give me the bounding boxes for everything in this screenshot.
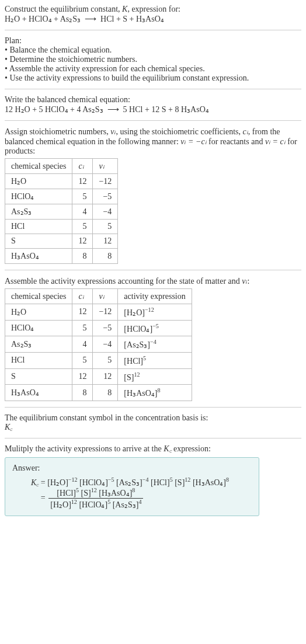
cell-v: 12 <box>93 368 118 385</box>
term-exp: 5 <box>76 488 79 494</box>
multiply-text: Mulitply the activity expressions to arr… <box>5 444 164 453</box>
activity-exp: −5 <box>152 323 159 329</box>
balanced-block: Write the balanced chemical equation: 12… <box>5 95 301 114</box>
activity-base: [H₃AsO₄] <box>124 389 157 398</box>
term-exp: −5 <box>108 476 114 483</box>
activity-text: : <box>248 277 250 286</box>
arrow-icon: ⟶ <box>107 105 119 114</box>
cell-species: As₂S₃ <box>5 336 72 353</box>
cell-species: HClO₄ <box>5 189 72 204</box>
term-exp: 8 <box>226 476 229 483</box>
cell-v: −5 <box>93 320 118 336</box>
table-row: As₂S₃4−4[As₂S₃]−4 <box>5 336 192 353</box>
stoich-intro: Assign stoichiometric numbers, νᵢ, using… <box>5 127 301 156</box>
term: [S]12 <box>175 478 190 487</box>
term-base: [HClO₄] <box>79 500 107 509</box>
cell-c: 5 <box>72 189 93 204</box>
term-base: [As₂S₃] <box>116 478 142 487</box>
prompt-k: K <box>122 5 127 13</box>
kc-symbol: K꜀ <box>164 444 171 453</box>
cell-c: 12 <box>72 174 93 189</box>
cell-species: H₂O <box>5 304 72 321</box>
cell-v: 5 <box>93 352 118 368</box>
term: [S]12 <box>81 489 97 497</box>
cell-c: 12 <box>72 304 93 321</box>
term-base: [H₃AsO₄] <box>99 489 132 497</box>
activity-base: [HCl] <box>124 357 143 365</box>
arrow-icon: ⟶ <box>85 15 96 23</box>
cell-c: 5 <box>72 352 93 368</box>
plan-item-1: • Balance the chemical equation. <box>5 46 301 55</box>
balanced-rhs: 5 HCl + 12 S + 8 H₃AsO₄ <box>123 105 209 114</box>
cell-c: 5 <box>72 220 93 234</box>
activity-block: Assemble the activity expressions accoun… <box>5 276 301 401</box>
col-nu: νᵢ <box>93 159 118 174</box>
prompt-block: Construct the equilibrium constant, K, e… <box>5 5 301 24</box>
cell-activity: [S]12 <box>118 368 192 385</box>
divider <box>5 120 301 121</box>
cell-activity: [H₂O]−12 <box>118 304 192 321</box>
multiply-text: expression: <box>172 444 211 453</box>
table-row: H₂O12−12[H₂O]−12 <box>5 304 192 321</box>
table-row: HClO₄5−5 <box>5 189 118 204</box>
term-exp: 5 <box>107 499 110 505</box>
activity-exp: −12 <box>145 307 154 313</box>
term-exp: 4 <box>138 499 141 505</box>
divider <box>5 270 301 270</box>
cell-c: 12 <box>72 234 93 249</box>
cell-v: −4 <box>93 204 118 220</box>
table-header-row: chemical species cᵢ νᵢ activity expressi… <box>5 289 192 304</box>
activity-base: [H₂O] <box>124 308 145 317</box>
term-exp: 12 <box>71 499 77 505</box>
fraction: [HCl]5 [S]12 [H₃AsO₄]8 [H₂O]12 [HClO₄]5 … <box>48 488 143 510</box>
term: [HClO₄]−5 <box>79 478 114 487</box>
term: [HCl]5 <box>57 489 79 497</box>
nu-symbol: νᵢ <box>242 277 247 286</box>
activity-intro: Assemble the activity expressions accoun… <box>5 276 301 286</box>
activity-exp: 5 <box>143 355 146 361</box>
cell-c: 4 <box>72 204 93 220</box>
cell-v: −12 <box>93 174 118 189</box>
unbalanced-lhs: H₂O + HClO₄ + As₂S₃ <box>5 15 81 23</box>
term-base: [HCl] <box>151 478 170 487</box>
cell-species: S <box>5 368 72 385</box>
cell-v: 12 <box>93 234 118 249</box>
term: [H₂O]−12 <box>47 478 77 487</box>
cell-species: S <box>5 234 72 249</box>
divider <box>5 30 301 30</box>
multiply-block: Mulitply the activity expressions to arr… <box>5 444 301 454</box>
term-exp: −4 <box>142 476 149 483</box>
answer-box: Answer: K꜀ = [H₂O]−12 [HClO₄]−5 [As₂S₃]−… <box>5 457 259 516</box>
divider <box>5 438 301 438</box>
prompt-text-pre: Construct the equilibrium constant, <box>5 5 122 13</box>
cell-v: 8 <box>93 249 118 264</box>
stoich-block: Assign stoichiometric numbers, νᵢ, using… <box>5 127 301 264</box>
cell-c: 8 <box>72 385 93 401</box>
plan-block: Plan: • Balance the chemical equation. •… <box>5 36 301 83</box>
table-row: As₂S₃4−4 <box>5 204 118 220</box>
cell-activity: [HCl]5 <box>118 352 192 368</box>
term-base: [H₂O] <box>50 500 71 509</box>
plan-item-3: • Assemble the activity expression for e… <box>5 64 301 74</box>
term-base: [As₂S₃] <box>113 500 139 509</box>
prompt-text-post: , expression for: <box>127 5 180 13</box>
term: [HClO₄]5 <box>79 500 110 509</box>
col-nu: νᵢ <box>93 289 118 304</box>
ci-symbol: cᵢ <box>243 127 248 136</box>
stoich-text: for reactants and <box>207 137 265 146</box>
cell-activity: [H₃AsO₄]8 <box>118 385 192 401</box>
cell-v: 5 <box>93 220 118 234</box>
table-header-row: chemical species cᵢ νᵢ <box>5 159 118 174</box>
cell-species: HCl <box>5 220 72 234</box>
table-row: H₃AsO₄88 <box>5 249 118 264</box>
cell-species: HCl <box>5 352 72 368</box>
cell-activity: [As₂S₃]−4 <box>118 336 192 353</box>
table-row: S1212 <box>5 234 118 249</box>
table-row: H₃AsO₄88[H₃AsO₄]8 <box>5 385 192 401</box>
table-row: HCl55 <box>5 220 118 234</box>
col-ci: cᵢ <box>72 159 93 174</box>
stoich-text: , using the stoichiometric coefficients, <box>116 127 242 136</box>
col-activity: activity expression <box>118 289 192 304</box>
term-exp: 12 <box>185 476 190 483</box>
fraction-denominator: [H₂O]12 [HClO₄]5 [As₂S₃]4 <box>48 499 143 510</box>
